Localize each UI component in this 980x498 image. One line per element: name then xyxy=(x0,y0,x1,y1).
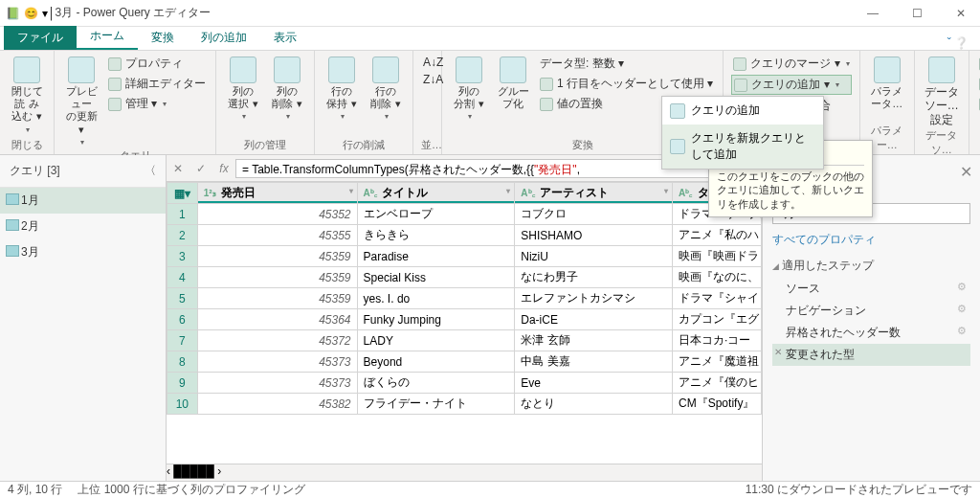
horizontal-scrollbar[interactable]: ‹ █████ › xyxy=(167,464,762,481)
append-queries-button[interactable]: クエリの追加 ▾ xyxy=(731,75,851,95)
data-table[interactable]: ▦▾1²₃ 発売日▾Aᵇ꜀ タイトル▾Aᵇ꜀ アーティスト▾Aᵇ꜀ タイブ▾ 1… xyxy=(167,182,762,415)
tab-file[interactable]: ファイル xyxy=(4,26,77,50)
column-header-1[interactable]: Aᵇ꜀ タイトル▾ xyxy=(357,183,515,204)
advanced-editor-button[interactable]: 詳細エディター xyxy=(106,75,208,93)
group-columns-label: 列の管理 xyxy=(224,138,306,152)
refresh-preview-button[interactable]: プレビュー の更新 ▾ xyxy=(62,55,100,148)
applied-step[interactable]: 変更された型 xyxy=(772,344,970,366)
applied-step[interactable]: ナビゲーション⚙ xyxy=(772,300,970,322)
group-rows-label: 行の削減 xyxy=(323,138,405,152)
close-settings-icon[interactable]: ✕ xyxy=(960,163,972,181)
select-all-corner[interactable]: ▦▾ xyxy=(167,183,198,204)
query-item-3月[interactable]: 3月 xyxy=(0,239,166,265)
table-row[interactable]: 645364Funky JumpingDa-iCEカプコン『エグ xyxy=(167,309,762,330)
tooltip-body: このクエリをこのブックの他のクエリに追加して、新しいクエリを作成します。 xyxy=(717,170,864,211)
cancel-formula-icon[interactable]: ✕ xyxy=(167,162,189,175)
data-type-button[interactable]: データ型: 整数 ▾ xyxy=(538,55,715,73)
choose-columns-button[interactable]: 列の 選択 ▾ xyxy=(224,55,262,123)
group-parameters-label: パラメー… xyxy=(868,124,906,152)
commit-formula-icon[interactable]: ✓ xyxy=(189,162,212,175)
close-load-button[interactable]: 閉じて読 み込む ▾ xyxy=(8,55,46,136)
queries-header-label: クエリ [3] xyxy=(10,163,60,179)
use-first-row-header-button[interactable]: 1 行目をヘッダーとして使用 ▾ xyxy=(538,75,715,93)
table-row[interactable]: 545359yes. I. doエレファントカシマシドラマ『シャイロ xyxy=(167,288,762,309)
query-item-1月[interactable]: 1月 xyxy=(0,188,166,214)
tab-home[interactable]: ホーム xyxy=(77,24,138,50)
status-dimensions: 4 列, 10 行 xyxy=(8,482,62,498)
column-header-0[interactable]: 1²₃ 発売日▾ xyxy=(197,183,357,204)
tab-add-column[interactable]: 列の追加 xyxy=(188,26,260,50)
gear-icon[interactable]: ⚙ xyxy=(957,325,967,337)
remove-columns-button[interactable]: 列の 削除 ▾ xyxy=(268,55,306,123)
table-row[interactable]: 145352エンベロープコブクロドラマ『リエゾン xyxy=(167,204,762,225)
append-queries-item[interactable]: クエリの追加 xyxy=(662,97,823,124)
datasource-settings-button[interactable]: データ ソー…設定 xyxy=(923,55,961,128)
split-column-button[interactable]: 列の 分割 ▾ xyxy=(450,55,488,123)
table-row[interactable]: 745372LADY米津 玄師日本コカ·コー xyxy=(167,330,762,351)
sort-desc-button[interactable]: Z↓A xyxy=(421,72,434,87)
properties-button[interactable]: プロパティ xyxy=(106,55,208,73)
table-row[interactable]: 945373ぼくらのEveアニメ『僕のヒ xyxy=(167,373,762,394)
table-row[interactable]: 245355きらきらSHISHAMOアニメ『私のハ xyxy=(167,225,762,246)
append-icon xyxy=(670,103,685,119)
all-properties-link[interactable]: すべてのプロパティ xyxy=(772,232,970,248)
table-row[interactable]: 445359Special Kissなにわ男子映画『なのに、 xyxy=(167,267,762,288)
append-new-icon xyxy=(670,139,685,154)
group-close-label: 閉じる xyxy=(8,138,46,152)
append-queries-dropdown: クエリの追加 クエリを新規クエリとして追加 xyxy=(661,96,824,170)
separator: ▾│ xyxy=(42,7,56,20)
group-datasource-label: データ ソ… xyxy=(923,128,961,157)
tab-view[interactable]: 表示 xyxy=(260,26,310,50)
close-button[interactable]: ✕ xyxy=(947,7,974,20)
gear-icon[interactable]: ⚙ xyxy=(957,281,967,293)
queries-pane: クエリ [3] 〈 1月2月3月 xyxy=(0,155,167,481)
status-profiling: 上位 1000 行に基づく列のプロファイリング xyxy=(78,482,304,498)
query-item-2月[interactable]: 2月 xyxy=(0,214,166,239)
table-row[interactable]: 345359ParadiseNiziU映画『映画ドラ xyxy=(167,246,762,267)
window-title: 3月 - Power Query エディター xyxy=(56,5,860,21)
maximize-button[interactable]: ☐ xyxy=(903,7,930,20)
remove-rows-button[interactable]: 行の 削除 ▾ xyxy=(367,55,405,123)
status-download-time: 11:30 にダウンロードされたプレビューです xyxy=(746,482,972,498)
table-row[interactable]: 1045382フライデー・ナイトなとりCM『Spotify』 xyxy=(167,394,762,415)
table-row[interactable]: 845373Beyond中島 美嘉アニメ『魔道祖 xyxy=(167,351,762,373)
help-icon[interactable]: ˇ ❔ xyxy=(947,36,969,50)
minimize-button[interactable]: — xyxy=(859,7,886,20)
collapse-icon[interactable]: 〈 xyxy=(145,163,156,179)
manage-button[interactable]: 管理 ▾ xyxy=(106,95,208,113)
applied-steps-heading: 適用したステップ xyxy=(772,258,970,274)
gear-icon[interactable]: ⚙ xyxy=(957,303,967,315)
column-header-2[interactable]: Aᵇ꜀ アーティスト▾ xyxy=(515,183,673,204)
parameters-button[interactable]: パラメータ… xyxy=(868,55,906,112)
applied-step[interactable]: ソース⚙ xyxy=(772,278,970,300)
fx-icon[interactable]: fx xyxy=(212,162,235,175)
append-as-new-query-item[interactable]: クエリを新規クエリとして追加 xyxy=(662,124,823,169)
excel-icon: 📗 xyxy=(6,7,20,20)
merge-queries-button[interactable]: クエリのマージ ▾ xyxy=(731,55,851,73)
tab-transform[interactable]: 変換 xyxy=(138,26,188,50)
group-sort-label: 並… xyxy=(421,138,434,152)
smiley-icon: 😊 xyxy=(24,7,38,20)
sort-asc-button[interactable]: A↓Z xyxy=(421,55,434,70)
applied-step[interactable]: 昇格されたヘッダー数⚙ xyxy=(772,322,970,344)
keep-rows-button[interactable]: 行の 保持 ▾ xyxy=(323,55,361,123)
group-by-button[interactable]: グルー プ化 xyxy=(494,55,532,112)
